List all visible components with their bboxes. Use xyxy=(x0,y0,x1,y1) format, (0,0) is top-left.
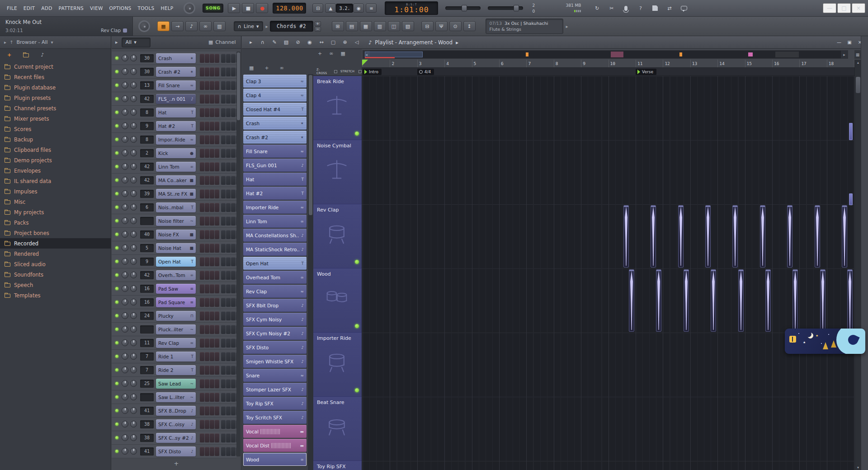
step-cell[interactable] xyxy=(231,108,236,117)
pan-knob[interactable] xyxy=(122,55,128,61)
browser-item-backup[interactable]: Backup xyxy=(0,134,111,145)
channel-mute-led[interactable] xyxy=(115,124,118,127)
step-cell[interactable] xyxy=(210,406,214,415)
channel-mute-led[interactable] xyxy=(115,328,118,331)
volume-knob[interactable] xyxy=(130,434,137,441)
mixer-target-display[interactable]: 11 xyxy=(140,339,154,347)
step-cell[interactable] xyxy=(215,54,219,63)
metronome-button[interactable]: ▲ xyxy=(325,4,336,13)
pan-knob[interactable] xyxy=(122,217,128,224)
step-cell[interactable] xyxy=(221,271,226,280)
step-cell[interactable] xyxy=(205,122,209,131)
pan-knob[interactable] xyxy=(122,244,128,251)
mixer-target-display[interactable]: 2 xyxy=(140,149,154,157)
pan-knob[interactable] xyxy=(122,95,128,102)
zcross-checkbox[interactable] xyxy=(334,70,337,73)
step-cell[interactable] xyxy=(221,67,226,76)
step-cell[interactable] xyxy=(205,433,209,442)
audio-clip-wood[interactable] xyxy=(656,269,661,332)
step-cell[interactable] xyxy=(221,94,226,103)
step-cell[interactable] xyxy=(226,54,231,63)
channel-mute-led[interactable] xyxy=(115,423,118,426)
step-cell[interactable] xyxy=(210,244,214,253)
step-cell[interactable] xyxy=(210,162,214,171)
step-cell[interactable] xyxy=(221,311,226,320)
mixer-quick-button[interactable]: ▥ xyxy=(213,21,226,31)
step-cell[interactable] xyxy=(210,447,214,456)
pan-knob[interactable] xyxy=(122,326,128,333)
step-cell[interactable] xyxy=(226,338,231,348)
playlist-minimize-button[interactable]: — xyxy=(835,39,844,46)
step-cell[interactable] xyxy=(231,284,236,293)
step-cell[interactable] xyxy=(200,311,204,320)
audio-clip-rev-clap[interactable] xyxy=(732,205,738,268)
step-cell[interactable] xyxy=(205,81,209,90)
volume-knob[interactable] xyxy=(130,55,137,61)
step-cell[interactable] xyxy=(221,379,226,388)
channel-button-hat[interactable]: HatT xyxy=(156,108,196,118)
pan-knob[interactable] xyxy=(122,82,128,89)
step-cell[interactable] xyxy=(221,447,226,456)
step-cell[interactable] xyxy=(205,94,209,103)
step-cell[interactable] xyxy=(231,311,236,320)
volume-knob[interactable] xyxy=(130,353,137,360)
step-cell[interactable] xyxy=(200,230,204,239)
step-cell[interactable] xyxy=(231,122,236,131)
browser-item-impulses[interactable]: Impulses xyxy=(0,186,111,197)
channel-button-ride-1[interactable]: Ride 1T xyxy=(156,352,196,362)
step-cell[interactable] xyxy=(205,271,209,280)
step-cell[interactable] xyxy=(200,325,204,334)
pan-knob[interactable] xyxy=(122,353,128,360)
step-cell[interactable] xyxy=(205,135,209,144)
step-cell[interactable] xyxy=(221,366,226,375)
pan-knob[interactable] xyxy=(122,163,128,170)
volume-knob[interactable] xyxy=(130,244,137,251)
volume-knob[interactable] xyxy=(130,231,137,238)
channel-mute-led[interactable] xyxy=(115,70,118,73)
pattern-menu-icon[interactable]: ▸ xyxy=(266,24,268,29)
song-pattern-toggle[interactable]: SONG xyxy=(203,4,223,13)
step-cell[interactable] xyxy=(231,54,236,63)
pan-knob[interactable] xyxy=(122,285,128,292)
save-button[interactable] xyxy=(649,3,661,13)
step-cell[interactable] xyxy=(200,352,204,361)
channel-button-saw-l-ilter[interactable]: Saw L..ilter~ xyxy=(156,392,196,402)
delete-tool-button[interactable]: ⊘ xyxy=(292,38,303,47)
step-cell[interactable] xyxy=(226,393,231,402)
step-cell[interactable] xyxy=(226,149,231,158)
audio-clip-rev-clap[interactable] xyxy=(815,205,820,268)
channel-mute-led[interactable] xyxy=(115,138,118,141)
hint-next-icon[interactable]: ▸ xyxy=(566,24,568,29)
tools-menu-button[interactable]: Ψ xyxy=(435,21,448,31)
volume-knob[interactable] xyxy=(130,136,137,143)
track-header-beat-snare[interactable]: Beat Snare xyxy=(313,397,362,461)
shuttle-wheel[interactable] xyxy=(184,2,195,14)
channel-button-noise-hat[interactable]: Noise Hat■ xyxy=(156,243,196,253)
step-cell[interactable] xyxy=(205,366,209,375)
marker-4-4[interactable]: 4/4 xyxy=(417,69,434,75)
browser-item-envelopes[interactable]: Envelopes xyxy=(0,165,111,176)
mixer-target-display[interactable]: 25 xyxy=(140,380,154,388)
browser-item-channel-presets[interactable]: Channel presets xyxy=(0,103,111,113)
channel-button-pluck-ilter[interactable]: Pluck..ilter~ xyxy=(156,324,196,334)
playhead-marker[interactable] xyxy=(362,60,368,66)
pan-knob[interactable] xyxy=(122,150,128,156)
step-cell[interactable] xyxy=(221,176,226,185)
pan-knob[interactable] xyxy=(122,136,128,143)
channel-mute-led[interactable] xyxy=(115,56,118,60)
marker-intro[interactable]: Intro xyxy=(363,69,382,75)
step-cell[interactable] xyxy=(215,433,219,442)
channel-button-noise-fx[interactable]: Noise FX■ xyxy=(156,230,196,240)
step-cell[interactable] xyxy=(210,135,214,144)
step-cell[interactable] xyxy=(226,298,231,307)
step-cell[interactable] xyxy=(221,189,226,198)
picker-item-hat-2[interactable]: Hat #2T xyxy=(243,187,307,200)
playlist-vertical-scrollbar[interactable]: ▴ ▾ xyxy=(854,60,861,470)
step-cell[interactable] xyxy=(215,447,219,456)
audio-clip-rev-clap[interactable] xyxy=(760,205,765,268)
step-cell[interactable] xyxy=(200,108,204,117)
step-cell[interactable] xyxy=(210,67,214,76)
picker-item-ma-constellations-sh[interactable]: MA Constellations Sh..♪ xyxy=(243,229,307,242)
channel-button-kick[interactable]: Kick● xyxy=(156,148,196,158)
step-cell[interactable] xyxy=(231,325,236,334)
